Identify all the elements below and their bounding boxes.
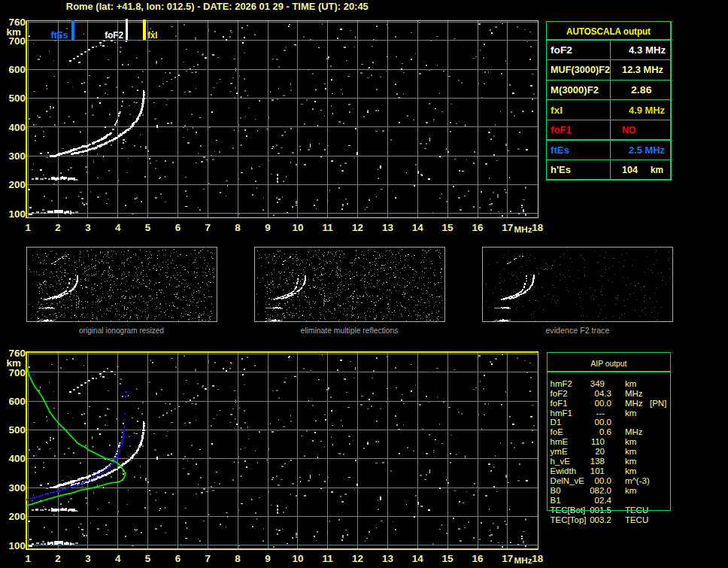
- svg-text:0.6: 0.6: [599, 427, 611, 436]
- svg-text:fxI: fxI: [147, 29, 157, 41]
- svg-text:600: 600: [8, 396, 26, 407]
- svg-text:foE: foE: [551, 427, 564, 436]
- svg-text:13: 13: [382, 222, 394, 233]
- svg-text:349: 349: [590, 379, 605, 388]
- svg-text:138: 138: [590, 457, 605, 466]
- svg-text:M(3000)F2: M(3000)F2: [551, 84, 599, 96]
- svg-text:700: 700: [8, 367, 26, 378]
- svg-text:12.3 MHz: 12.3 MHz: [622, 64, 663, 75]
- svg-text:600: 600: [8, 64, 26, 75]
- svg-text:eliminate multiple reflections: eliminate multiple reflections: [301, 326, 399, 335]
- svg-text:12: 12: [352, 553, 363, 564]
- svg-text:16: 16: [472, 553, 484, 564]
- svg-text:km: km: [625, 437, 636, 446]
- svg-text:MUF(3000)F2: MUF(3000)F2: [551, 64, 610, 75]
- svg-text:100: 100: [8, 208, 26, 220]
- svg-text:400: 400: [8, 453, 26, 464]
- svg-text:km: km: [625, 379, 636, 388]
- svg-text:700: 700: [8, 35, 26, 47]
- svg-text:km: km: [625, 466, 636, 475]
- svg-text:Rome (lat: +41.8, lon: 012.5): Rome (lat: +41.8, lon: 012.5) - DATE: 20…: [66, 1, 369, 12]
- svg-text:hmF1: hmF1: [551, 409, 572, 418]
- svg-text:9: 9: [265, 553, 271, 564]
- svg-text:km: km: [625, 447, 636, 456]
- svg-text:foF1: foF1: [551, 399, 568, 408]
- svg-text:B0: B0: [551, 486, 561, 495]
- svg-text:8: 8: [235, 222, 241, 233]
- svg-text:TEC[Bot]: TEC[Bot]: [551, 506, 586, 515]
- svg-text:TECU: TECU: [625, 515, 648, 524]
- svg-text:9: 9: [265, 222, 271, 233]
- svg-text:1: 1: [25, 553, 31, 564]
- svg-text:2: 2: [55, 553, 61, 564]
- svg-text:001.5: 001.5: [590, 506, 611, 515]
- svg-text:00.0: 00.0: [595, 418, 611, 427]
- svg-text:ftEs: ftEs: [51, 29, 68, 41]
- svg-text:10: 10: [292, 553, 303, 564]
- svg-text:200: 200: [8, 179, 26, 190]
- svg-text:5: 5: [145, 222, 151, 233]
- svg-text:104: 104: [622, 164, 639, 175]
- svg-text:500: 500: [8, 93, 26, 104]
- svg-text:MHz: MHz: [625, 399, 643, 408]
- svg-text:8: 8: [235, 553, 241, 564]
- svg-text:7: 7: [205, 222, 211, 233]
- svg-text:20: 20: [595, 447, 605, 456]
- svg-text:[PN]: [PN]: [650, 399, 666, 408]
- svg-text:082.0: 082.0: [590, 486, 611, 495]
- svg-text:3: 3: [85, 222, 91, 233]
- svg-text:16: 16: [472, 222, 484, 233]
- svg-text:1: 1: [25, 222, 31, 233]
- svg-text:D1: D1: [551, 418, 562, 427]
- svg-text:400: 400: [8, 122, 26, 133]
- svg-text:MHz: MHz: [625, 389, 643, 398]
- svg-text:2.5 MHz: 2.5 MHz: [629, 144, 665, 156]
- svg-text:3: 3: [85, 553, 91, 564]
- svg-text:km: km: [625, 457, 636, 466]
- svg-text:km: km: [625, 409, 636, 418]
- svg-text:Ewidth: Ewidth: [551, 466, 577, 475]
- svg-text:7: 7: [205, 553, 211, 564]
- svg-text:B1: B1: [551, 496, 561, 505]
- svg-text:foF1: foF1: [551, 124, 572, 135]
- svg-text:6: 6: [175, 222, 181, 233]
- svg-text:5: 5: [145, 553, 151, 564]
- svg-text:04.3: 04.3: [595, 389, 611, 398]
- svg-text:---: ---: [596, 409, 605, 418]
- svg-text:02.4: 02.4: [595, 496, 612, 505]
- svg-text:110: 110: [591, 437, 605, 446]
- svg-text:h'Es: h'Es: [551, 164, 571, 175]
- svg-text:18: 18: [532, 553, 544, 564]
- svg-text:fxI: fxI: [551, 105, 563, 116]
- svg-text:17: 17: [502, 222, 513, 233]
- svg-text:ymE: ymE: [551, 447, 568, 456]
- svg-text:m^(-3): m^(-3): [625, 476, 650, 485]
- svg-text:14: 14: [412, 222, 424, 233]
- svg-text:2: 2: [55, 222, 61, 233]
- svg-text:NO: NO: [622, 124, 635, 135]
- svg-text:h_vE: h_vE: [551, 457, 571, 466]
- svg-text:100: 100: [8, 540, 26, 551]
- svg-text:TECU: TECU: [625, 506, 648, 515]
- svg-text:11: 11: [323, 222, 334, 233]
- svg-text:MHz: MHz: [625, 427, 643, 436]
- svg-text:15: 15: [442, 222, 454, 233]
- svg-text:2.86: 2.86: [631, 84, 652, 96]
- svg-text:6: 6: [175, 553, 181, 564]
- svg-text:13: 13: [382, 553, 394, 564]
- svg-text:4: 4: [115, 222, 121, 233]
- svg-text:AIP output: AIP output: [590, 359, 627, 368]
- svg-text:17: 17: [502, 553, 513, 564]
- svg-text:km: km: [651, 164, 663, 175]
- svg-text:ftEs: ftEs: [551, 144, 569, 156]
- svg-text:200: 200: [8, 511, 26, 522]
- svg-text:12: 12: [352, 222, 363, 233]
- svg-text:DelN_vE: DelN_vE: [551, 476, 585, 485]
- svg-text:foF2: foF2: [105, 29, 123, 41]
- svg-text:00.0: 00.0: [595, 399, 611, 408]
- svg-text:500: 500: [8, 424, 26, 436]
- svg-text:hmF2: hmF2: [551, 379, 572, 388]
- svg-text:11: 11: [323, 553, 334, 564]
- svg-text:km: km: [625, 486, 636, 495]
- svg-text:MHz: MHz: [514, 556, 533, 565]
